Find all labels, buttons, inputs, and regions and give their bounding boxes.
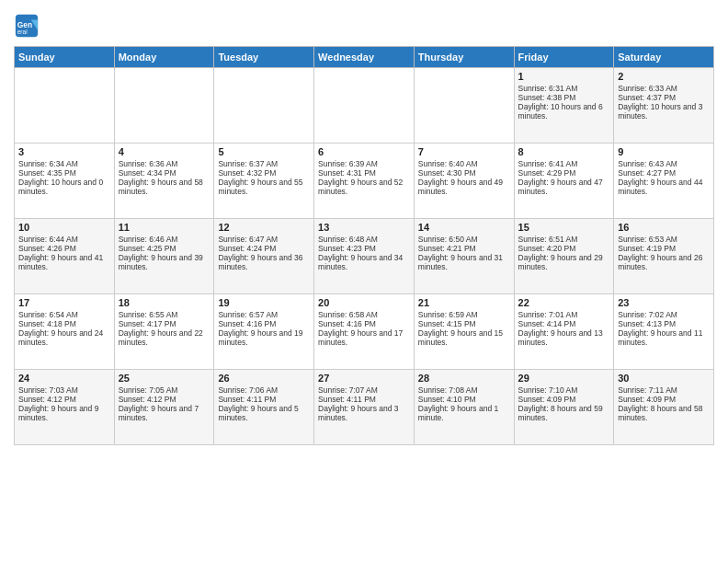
day-info: Sunrise: 6:54 AM [18,310,110,319]
day-info: Daylight: 9 hours and 41 minutes. [18,253,110,271]
calendar-cell: 16Sunrise: 6:53 AMSunset: 4:19 PMDayligh… [614,219,714,294]
day-info: Sunset: 4:13 PM [618,319,710,328]
calendar-cell: 2Sunrise: 6:33 AMSunset: 4:37 PMDaylight… [614,68,714,144]
day-info: Daylight: 8 hours and 59 minutes. [518,404,610,422]
day-info: Sunset: 4:34 PM [119,168,210,178]
day-info: Daylight: 8 hours and 58 minutes. [618,404,710,422]
calendar-cell: 21Sunrise: 6:59 AMSunset: 4:15 PMDayligh… [414,294,514,370]
day-number: 11 [119,222,210,233]
day-number: 28 [418,373,510,384]
calendar-header-row: SundayMondayTuesdayWednesdayThursdayFrid… [15,47,714,68]
day-number: 19 [218,297,310,308]
day-info: Sunrise: 7:01 AM [518,310,610,319]
day-number: 10 [18,222,110,233]
day-info: Sunset: 4:17 PM [119,319,210,328]
calendar-cell: 11Sunrise: 6:46 AMSunset: 4:25 PMDayligh… [114,219,214,294]
day-number: 17 [18,297,110,308]
day-info: Sunrise: 6:43 AM [618,159,710,168]
day-info: Daylight: 9 hours and 52 minutes. [318,178,410,196]
calendar-cell: 4Sunrise: 6:36 AMSunset: 4:34 PMDaylight… [114,144,214,219]
day-info: Sunrise: 6:31 AM [518,84,610,93]
calendar-cell [214,68,314,144]
day-info: Daylight: 10 hours and 3 minutes. [618,102,710,121]
day-info: Sunset: 4:29 PM [518,168,610,178]
calendar-cell [314,68,415,144]
day-info: Sunset: 4:11 PM [218,395,310,404]
calendar-cell: 14Sunrise: 6:50 AMSunset: 4:21 PMDayligh… [414,219,514,294]
day-info: Sunrise: 7:02 AM [618,310,710,319]
day-number: 12 [218,222,310,233]
calendar-cell: 5Sunrise: 6:37 AMSunset: 4:32 PMDaylight… [214,144,314,219]
calendar-cell [114,68,214,144]
day-number: 5 [218,146,310,157]
day-info: Sunset: 4:30 PM [418,168,510,178]
day-info: Sunset: 4:20 PM [518,244,610,253]
calendar-table: SundayMondayTuesdayWednesdayThursdayFrid… [14,46,714,445]
day-info: Sunrise: 6:46 AM [119,235,210,244]
day-info: Sunset: 4:23 PM [318,244,410,253]
day-info: Daylight: 9 hours and 15 minutes. [418,328,510,347]
day-info: Daylight: 9 hours and 26 minutes. [618,253,710,271]
day-number: 1 [518,71,610,82]
day-number: 26 [218,373,310,384]
day-info: Sunset: 4:10 PM [418,395,510,404]
day-number: 16 [618,222,710,233]
day-info: Sunset: 4:24 PM [218,244,310,253]
page-container: Gen eral SundayMondayTuesdayWednesdayThu… [0,0,728,454]
calendar-week-2: 3Sunrise: 6:34 AMSunset: 4:35 PMDaylight… [15,144,714,219]
day-info: Sunrise: 7:07 AM [318,385,410,395]
day-info: Sunrise: 6:34 AM [18,159,110,168]
day-number: 27 [318,373,410,384]
day-info: Sunset: 4:31 PM [318,168,410,178]
day-number: 24 [18,373,110,384]
day-info: Daylight: 10 hours and 6 minutes. [518,102,610,121]
day-info: Sunset: 4:16 PM [318,319,410,328]
day-number: 25 [119,373,210,384]
calendar-cell: 6Sunrise: 6:39 AMSunset: 4:31 PMDaylight… [314,144,415,219]
day-info: Daylight: 9 hours and 5 minutes. [218,404,310,422]
day-info: Daylight: 9 hours and 29 minutes. [518,253,610,271]
calendar-cell: 23Sunrise: 7:02 AMSunset: 4:13 PMDayligh… [614,294,714,370]
svg-text:eral: eral [17,29,28,35]
day-number: 7 [418,146,510,157]
day-info: Sunset: 4:27 PM [618,168,710,178]
calendar-cell: 17Sunrise: 6:54 AMSunset: 4:18 PMDayligh… [15,294,115,370]
day-info: Sunset: 4:37 PM [618,93,710,102]
day-number: 8 [518,146,610,157]
day-info: Sunset: 4:09 PM [618,395,710,404]
day-info: Sunset: 4:16 PM [218,319,310,328]
day-info: Sunset: 4:38 PM [518,93,610,102]
day-number: 13 [318,222,410,233]
calendar-col-saturday: Saturday [614,47,714,68]
logo: Gen eral [14,13,41,39]
day-number: 23 [618,297,710,308]
calendar-cell: 28Sunrise: 7:08 AMSunset: 4:10 PMDayligh… [414,370,514,445]
day-info: Sunset: 4:14 PM [518,319,610,328]
calendar-cell [15,68,115,144]
day-number: 15 [518,222,610,233]
day-number: 21 [418,297,510,308]
calendar-col-tuesday: Tuesday [214,47,314,68]
day-info: Sunset: 4:35 PM [18,168,110,178]
day-info: Sunrise: 6:57 AM [218,310,310,319]
calendar-cell: 1Sunrise: 6:31 AMSunset: 4:38 PMDaylight… [514,68,614,144]
day-number: 6 [318,146,410,157]
day-number: 2 [618,71,710,82]
day-info: Sunrise: 7:03 AM [18,385,110,395]
day-info: Daylight: 9 hours and 24 minutes. [18,328,110,347]
day-info: Sunrise: 6:41 AM [518,159,610,168]
calendar-col-monday: Monday [114,47,214,68]
day-info: Daylight: 9 hours and 13 minutes. [518,328,610,347]
calendar-cell: 10Sunrise: 6:44 AMSunset: 4:26 PMDayligh… [15,219,115,294]
day-info: Daylight: 9 hours and 44 minutes. [618,178,710,196]
day-info: Sunrise: 7:08 AM [418,385,510,395]
day-info: Daylight: 9 hours and 49 minutes. [418,178,510,196]
day-info: Daylight: 9 hours and 1 minute. [418,404,510,422]
calendar-cell: 15Sunrise: 6:51 AMSunset: 4:20 PMDayligh… [514,219,614,294]
calendar-cell: 25Sunrise: 7:05 AMSunset: 4:12 PMDayligh… [114,370,214,445]
calendar-col-wednesday: Wednesday [314,47,415,68]
calendar-cell [414,68,514,144]
day-info: Sunrise: 6:47 AM [218,235,310,244]
logo-icon: Gen eral [14,13,40,39]
day-info: Daylight: 10 hours and 0 minutes. [18,178,110,196]
